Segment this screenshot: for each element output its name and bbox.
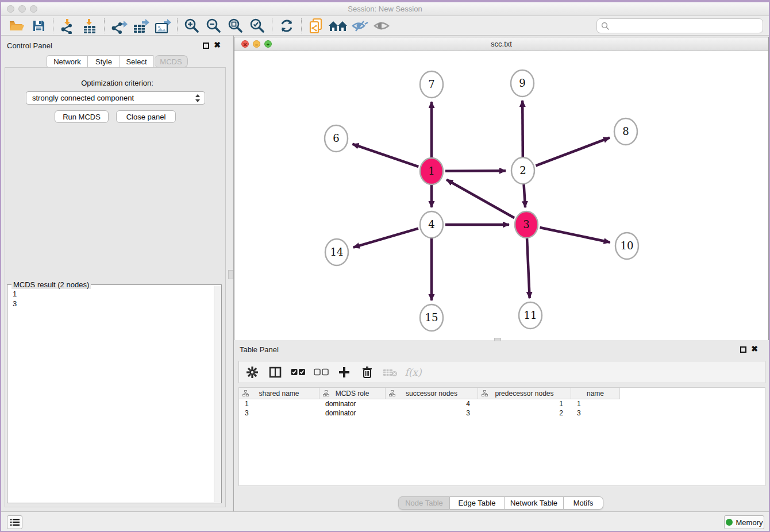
graph-canvas[interactable]: 1234678910111415 — [234, 51, 768, 340]
column-type-icon — [323, 390, 329, 396]
duplicate-network-button[interactable] — [305, 17, 327, 34]
zoom-selected-icon — [249, 18, 265, 34]
search-input[interactable] — [610, 22, 763, 30]
graph-node-label: 6 — [333, 132, 339, 144]
show-panel-button[interactable] — [371, 17, 392, 34]
export-table-button[interactable] — [130, 17, 152, 34]
criterion-dropdown[interactable]: strongly connected component — [26, 91, 205, 105]
zoom-fit-icon — [228, 18, 244, 34]
home-icon — [328, 19, 348, 33]
table-cell[interactable]: 3 — [386, 408, 478, 418]
node-table[interactable]: shared nameMCDS rolesuccessor nodesprede… — [238, 387, 765, 486]
table-cell[interactable]: 1 — [239, 399, 319, 408]
hide-panel-button[interactable] — [349, 17, 371, 34]
graph-edge-1-6[interactable] — [352, 144, 418, 167]
column-header-shared-name[interactable]: shared name — [239, 388, 319, 399]
delete-table-icon — [383, 368, 398, 377]
table-cell[interactable]: 3 — [239, 408, 319, 418]
column-header-name[interactable]: name — [571, 388, 620, 399]
column-type-icon — [242, 390, 249, 396]
network-window-title: scc.txt — [234, 40, 768, 48]
table-panel-title: Table Panel — [240, 345, 279, 354]
save-session-button[interactable] — [28, 17, 49, 34]
open-session-button[interactable] — [6, 17, 28, 34]
network-window: ✕ − + scc.txt 1234678910111415 — [234, 37, 769, 340]
close-panel-button[interactable]: Close panel — [116, 110, 176, 123]
table-cell[interactable]: 1 — [571, 399, 620, 408]
table-cell[interactable]: dominator — [319, 399, 386, 408]
column-header-successor-nodes[interactable]: successor nodes — [386, 388, 478, 399]
graph-edge-3-1[interactable] — [446, 180, 514, 218]
table-cell[interactable]: dominator — [319, 408, 386, 418]
column-type-icon — [482, 390, 488, 396]
graph-node-label: 7 — [428, 78, 434, 90]
window-title: Session: New Session — [1, 5, 769, 13]
float-table-panel-icon[interactable] — [740, 346, 746, 353]
table-tabs: Node Table Edge Table Network Table Moti… — [398, 496, 603, 510]
list-icon — [10, 518, 20, 526]
zoom-fit-button[interactable] — [225, 17, 247, 34]
deselect-all-button[interactable] — [314, 365, 329, 380]
tab-motifs[interactable]: Motifs — [564, 496, 603, 510]
tab-node-table[interactable]: Node Table — [398, 496, 450, 510]
table-cell[interactable]: 1 — [478, 399, 571, 408]
search-icon — [601, 22, 610, 30]
mcds-result-box: MCDS result (2 nodes) 13 — [7, 284, 222, 503]
table-cell[interactable]: 3 — [571, 408, 620, 418]
delete-column-button[interactable] — [360, 365, 375, 380]
export-network-button[interactable] — [108, 17, 130, 34]
column-header-predecessor-nodes[interactable]: predecessor nodes — [478, 388, 571, 399]
import-table-button[interactable] — [79, 17, 101, 34]
run-mcds-button[interactable]: Run MCDS — [55, 110, 109, 123]
graph-edge-2-8[interactable] — [536, 138, 610, 166]
toolbar-separator — [104, 18, 105, 33]
tab-style[interactable]: Style — [88, 55, 120, 68]
graph-node-label: 1 — [428, 165, 434, 177]
select-all-button[interactable] — [291, 365, 306, 380]
chevron-updown-icon — [195, 94, 201, 103]
zoom-out-button[interactable] — [203, 17, 225, 34]
graph-edge-2-9[interactable] — [522, 101, 523, 157]
table-cell[interactable]: 2 — [478, 408, 571, 418]
refresh-layout-button[interactable] — [276, 17, 298, 34]
result-scrollbar[interactable] — [214, 286, 221, 502]
task-history-button[interactable] — [7, 515, 22, 529]
table-row[interactable]: 1dominator411 — [239, 399, 620, 408]
add-column-button[interactable] — [337, 365, 352, 380]
tab-mcds[interactable]: MCDS — [155, 55, 188, 68]
column-label: name — [587, 390, 604, 398]
vertical-splitter-handle[interactable] — [228, 270, 233, 279]
graph-node-label: 10 — [621, 240, 634, 252]
tab-edge-table[interactable]: Edge Table — [450, 496, 505, 510]
home-layout-button[interactable] — [327, 17, 349, 34]
table-cell[interactable]: 4 — [386, 399, 478, 408]
table-row[interactable]: 3dominator323 — [239, 408, 620, 418]
close-table-panel-icon[interactable]: ✖ — [751, 346, 758, 352]
graph-edge-1-2[interactable] — [445, 171, 506, 171]
network-window-titlebar[interactable]: ✕ − + scc.txt — [234, 37, 768, 51]
import-network-button[interactable] — [57, 17, 79, 34]
tab-network[interactable]: Network — [47, 55, 88, 68]
function-builder-button[interactable]: f(x) — [406, 365, 421, 380]
titlebar: Session: New Session — [1, 2, 769, 16]
float-panel-icon[interactable] — [203, 43, 209, 49]
memory-button[interactable]: Memory — [724, 515, 764, 529]
zoom-in-button[interactable] — [181, 17, 203, 34]
tab-network-table[interactable]: Network Table — [505, 496, 564, 510]
tab-select[interactable]: Select — [120, 55, 153, 68]
close-panel-icon[interactable]: ✖ — [214, 42, 221, 48]
split-table-button[interactable] — [268, 365, 283, 380]
hide-eye-icon — [351, 20, 368, 32]
graph-edge-4-14[interactable] — [353, 229, 418, 248]
mcds-result-list[interactable]: 13 — [7, 287, 213, 503]
table-settings-button[interactable] — [245, 365, 260, 380]
graph-edge-2-3[interactable] — [524, 184, 526, 207]
column-header-MCDS-role[interactable]: MCDS role — [319, 388, 386, 399]
zoom-selected-button[interactable] — [247, 17, 268, 34]
export-image-button[interactable] — [152, 17, 174, 34]
graph-edge-3-11[interactable] — [527, 238, 530, 298]
open-folder-icon — [9, 19, 25, 33]
graph-edge-3-10[interactable] — [540, 228, 610, 242]
column-label: MCDS role — [336, 390, 369, 398]
delete-table-button[interactable] — [383, 365, 398, 380]
